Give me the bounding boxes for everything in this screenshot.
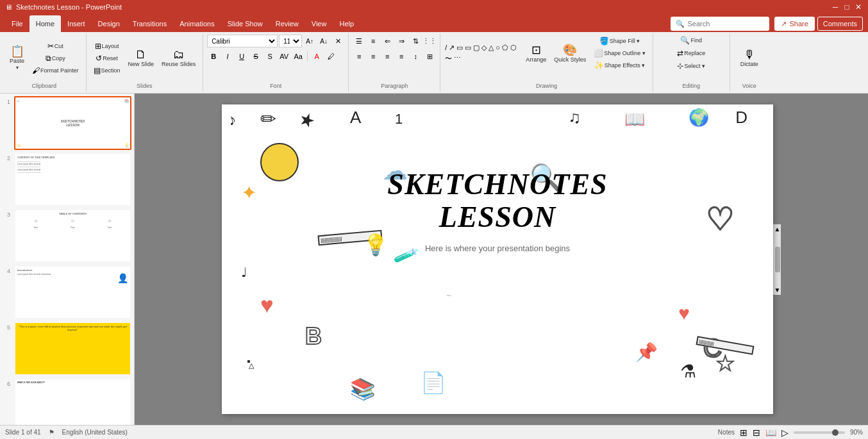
italic-button[interactable]: I xyxy=(221,50,234,63)
section-button[interactable]: ▤ Section xyxy=(90,65,124,76)
shape-hex[interactable]: ⬡ xyxy=(510,43,517,53)
find-button[interactable]: 🔍 Find xyxy=(677,35,705,46)
arrange-button[interactable]: ⊡ Arrange xyxy=(522,35,549,72)
font-name-select[interactable]: Calibri xyxy=(207,35,278,47)
tab-home[interactable]: Home xyxy=(29,15,61,32)
slide-thumb-3[interactable]: TABLE OF CONTENTS ○Topic ○Topic ○Topic xyxy=(14,209,131,263)
maximize-button[interactable]: □ xyxy=(842,3,851,12)
scroll-down-button[interactable]: ▼ xyxy=(773,285,782,295)
slide-thumb-2[interactable]: CONTENT OF THIS TEMPLATE ───────────────… xyxy=(14,153,131,206)
minimize-button[interactable]: ─ xyxy=(831,3,840,12)
slide-item-2[interactable]: 2 CONTENT OF THIS TEMPLATE ─────────────… xyxy=(3,153,131,206)
slide-item-6[interactable]: 6 WHAT IS THIS SLIDE ABOUT? xyxy=(3,378,131,425)
shape-circle[interactable]: ○ xyxy=(495,43,501,53)
shape-line[interactable]: / xyxy=(444,43,447,53)
scrollbar-thumb[interactable] xyxy=(775,247,780,272)
slide-item-3[interactable]: 3 TABLE OF CONTENTS ○Topic ○Topic ○Topic xyxy=(3,209,131,263)
align-left-button[interactable]: ≡ xyxy=(353,50,365,63)
bullets-button[interactable]: ☰ xyxy=(353,35,365,47)
slide-item-1[interactable]: 1 SKETCHNOTESLESSON ✏ 📚 ⭐ 💡 xyxy=(3,96,131,150)
reuse-slides-button[interactable]: 🗂 Reuse Slides xyxy=(158,40,199,77)
tab-view[interactable]: View xyxy=(305,15,333,32)
align-right-button[interactable]: ≡ xyxy=(381,50,394,63)
strikethrough-button[interactable]: S xyxy=(249,50,262,63)
change-case-button[interactable]: Aa xyxy=(292,50,305,63)
columns-button[interactable]: ⋮⋮ xyxy=(423,35,436,47)
slide-thumb-6[interactable]: WHAT IS THIS SLIDE ABOUT? xyxy=(14,378,131,425)
reset-button[interactable]: ↺ Reset xyxy=(90,53,124,64)
tab-insert[interactable]: Insert xyxy=(61,15,92,32)
shape-curves[interactable]: 〜 xyxy=(444,53,453,64)
shape-rounded[interactable]: ▢ xyxy=(472,43,480,53)
indent-decrease-button[interactable]: ⇐ xyxy=(381,35,394,47)
scroll-up-button[interactable]: ▲ xyxy=(773,224,782,234)
font-decrease-button[interactable]: A↓ xyxy=(317,35,330,47)
shape-pentagon[interactable]: ⬠ xyxy=(501,43,509,53)
thumb3-icons: ○Topic ○Topic ○Topic xyxy=(17,218,128,229)
shape-fill-button[interactable]: 🪣 Shape Fill ▾ xyxy=(590,35,649,47)
select-button[interactable]: ⊹ Select ▾ xyxy=(674,60,708,72)
tab-animations[interactable]: Animations xyxy=(173,15,221,32)
bold-button[interactable]: B xyxy=(207,50,220,63)
shape-outline-button[interactable]: ⬜ Shape Outline ▾ xyxy=(590,47,649,59)
reading-view-button[interactable]: 📖 xyxy=(765,427,776,438)
indent-increase-button[interactable]: ⇒ xyxy=(395,35,408,47)
status-bar-right: Notes ⊞ ⊟ 📖 ▷ 90% xyxy=(718,427,863,438)
slide-thumb-1[interactable]: SKETCHNOTESLESSON ✏ 📚 ⭐ 💡 xyxy=(14,96,131,150)
smartart-button[interactable]: ⊞ xyxy=(423,50,436,63)
slide-thumb-5[interactable]: "This is a quote, insert full of wisdom … xyxy=(14,322,131,376)
dictate-button[interactable]: 🎙 Dictate xyxy=(737,40,762,77)
tab-file[interactable]: File xyxy=(5,15,29,32)
replace-button[interactable]: ⇄ Replace xyxy=(674,47,708,59)
shape-effects-button[interactable]: ✨ Shape Effects ▾ xyxy=(590,60,649,71)
format-painter-button[interactable]: 🖌 Format Painter xyxy=(29,65,82,76)
font-group: Calibri 11 A↑ A↓ ✕ B I U S S AV Aa xyxy=(203,33,349,92)
shape-arrow[interactable]: ↗ xyxy=(448,43,455,53)
clear-format-button[interactable]: ✕ xyxy=(331,35,344,47)
quick-styles-button[interactable]: 🎨 Quick Styles xyxy=(551,35,589,72)
comments-button[interactable]: Comments xyxy=(817,17,863,31)
underline-button[interactable]: U xyxy=(235,50,248,63)
justify-button[interactable]: ≡ xyxy=(395,50,408,63)
font-color-button[interactable]: A xyxy=(310,50,323,63)
share-button[interactable]: ↗ Share xyxy=(774,17,814,31)
font-increase-button[interactable]: A↑ xyxy=(303,35,316,47)
shape-rect2[interactable]: ▭ xyxy=(464,43,472,53)
shadow-button[interactable]: S xyxy=(263,50,276,63)
vertical-scrollbar[interactable]: ▲ ▼ xyxy=(773,224,781,295)
copy-button[interactable]: ⧉ Copy xyxy=(29,53,82,64)
tab-slideshow[interactable]: Slide Show xyxy=(221,15,269,32)
voice-items: 🎙 Dictate xyxy=(737,35,762,81)
paste-button[interactable]: 📋 Paste ▾ xyxy=(6,40,28,77)
text-direction-button[interactable]: ⇅ xyxy=(409,35,422,47)
tab-design[interactable]: Design xyxy=(92,15,126,32)
close-button[interactable]: ✕ xyxy=(854,3,863,12)
search-input[interactable] xyxy=(687,20,764,28)
font-size-select[interactable]: 11 xyxy=(279,35,302,47)
line-spacing-button[interactable]: ↕ xyxy=(409,50,422,63)
slide-thumb-4[interactable]: Introduction Lorem ipsum dolor sit amet … xyxy=(14,265,131,319)
tab-transitions[interactable]: Transitions xyxy=(126,15,173,32)
align-center-button[interactable]: ≡ xyxy=(367,50,380,63)
shape-more[interactable]: ⋯ xyxy=(453,53,462,64)
char-spacing-button[interactable]: AV xyxy=(278,50,290,63)
cut-button[interactable]: ✂ Cut xyxy=(29,40,82,52)
slide-sorter-button[interactable]: ⊟ xyxy=(753,427,760,438)
shape-triangle[interactable]: △ xyxy=(488,43,494,53)
slide-item-5[interactable]: 5 "This is a quote, insert full of wisdo… xyxy=(3,322,131,376)
slide-item-4[interactable]: 4 Introduction Lorem ipsum dolor sit ame… xyxy=(3,265,131,319)
cut-icon: ✂ xyxy=(47,42,54,50)
notes-button[interactable]: Notes xyxy=(718,429,735,436)
shape-rect[interactable]: ▭ xyxy=(456,43,463,53)
numbering-button[interactable]: ≡ xyxy=(367,35,380,47)
tab-help[interactable]: Help xyxy=(333,15,360,32)
highlight-button[interactable]: 🖊 xyxy=(324,50,337,63)
shape-diamond[interactable]: ◇ xyxy=(481,43,487,53)
zoom-slider[interactable] xyxy=(794,431,845,434)
layout-button[interactable]: ⊞ Layout xyxy=(90,40,124,52)
tab-review[interactable]: Review xyxy=(269,15,305,32)
slideshow-button[interactable]: ▷ xyxy=(781,427,789,438)
new-slide-button[interactable]: 🗋 New Slide xyxy=(125,40,158,77)
slide-canvas[interactable]: ♪ ✏ ★ A 1 ♫ 📖 🌍 D ☁ 🔍 ✦ ||||||||||||||||… xyxy=(222,104,773,414)
normal-view-button[interactable]: ⊞ xyxy=(740,427,747,438)
